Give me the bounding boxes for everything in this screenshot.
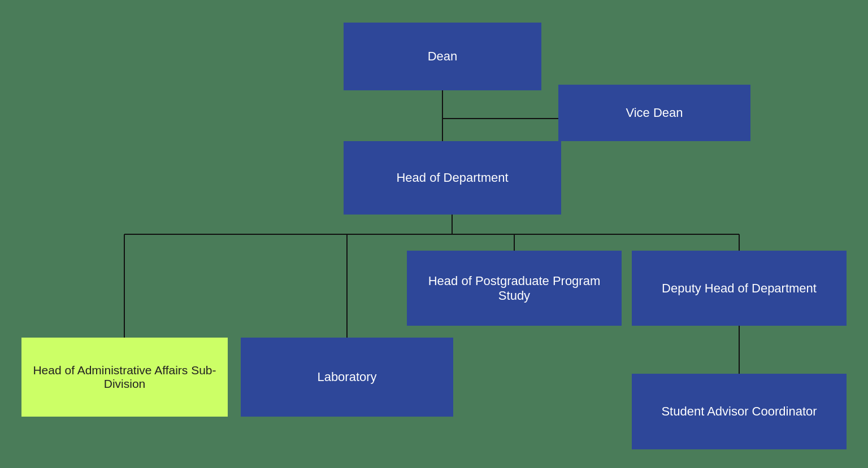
deputy-head-node: Deputy Head of Department — [632, 251, 847, 326]
dean-node: Dean — [344, 23, 541, 90]
org-chart: Dean Vice Dean Head of Department Head o… — [0, 0, 868, 468]
head-of-department-node: Head of Department — [344, 141, 561, 215]
vice-dean-node: Vice Dean — [558, 85, 750, 141]
head-admin-label: Head of Administrative Affairs Sub-Divis… — [27, 364, 222, 391]
head-admin-node: Head of Administrative Affairs Sub-Divis… — [21, 338, 228, 417]
laboratory-label: Laboratory — [317, 370, 376, 384]
student-advisor-node: Student Advisor Coordinator — [632, 374, 847, 449]
deputy-head-label: Deputy Head of Department — [662, 281, 817, 296]
laboratory-node: Laboratory — [241, 338, 453, 417]
vice-dean-label: Vice Dean — [626, 106, 683, 120]
head-postgraduate-node: Head of Postgraduate Program Study — [407, 251, 622, 326]
student-advisor-label: Student Advisor Coordinator — [661, 404, 817, 419]
head-postgraduate-label: Head of Postgraduate Program Study — [413, 274, 616, 303]
head-of-department-label: Head of Department — [396, 170, 508, 185]
dean-label: Dean — [428, 49, 458, 64]
